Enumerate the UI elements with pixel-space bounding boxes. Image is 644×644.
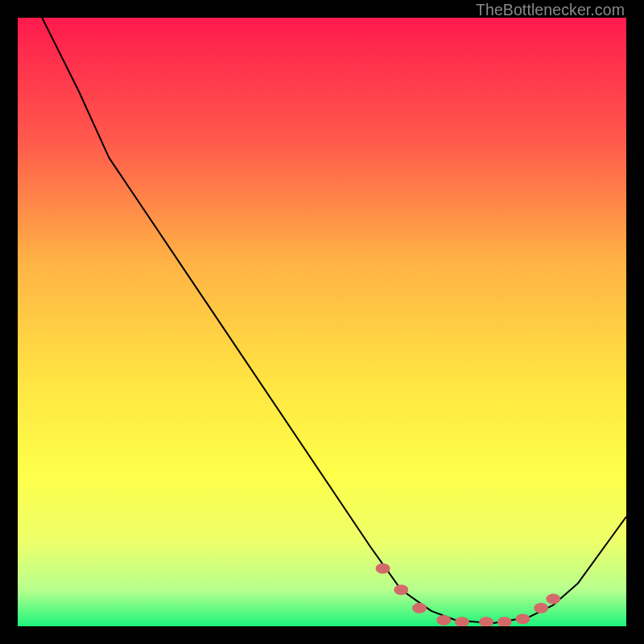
gradient-background [18,18,626,626]
data-marker [376,564,390,574]
chart-frame: TheBottlenecker.com [0,0,644,644]
chart-svg [18,18,626,626]
data-marker [412,603,427,613]
plot-area [18,18,626,626]
watermark-text: TheBottlenecker.com [476,1,625,19]
data-marker [534,603,548,613]
data-marker [436,615,451,625]
data-marker [546,593,560,604]
data-marker [515,613,530,624]
data-marker [394,584,408,595]
